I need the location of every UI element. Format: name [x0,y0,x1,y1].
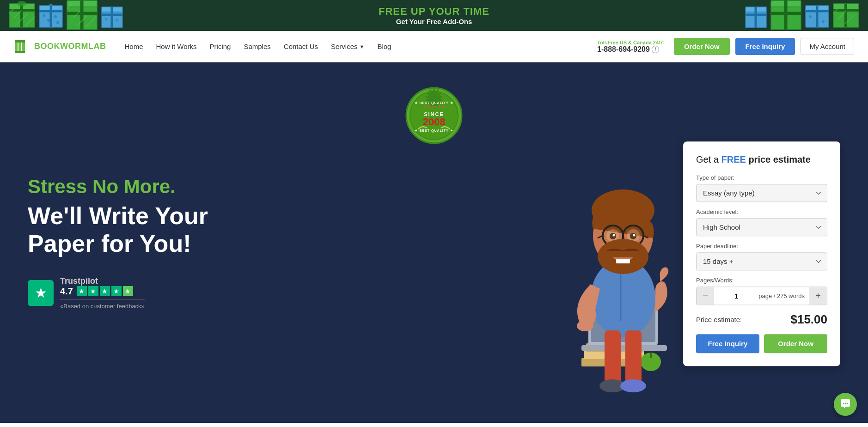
price-label: Price estimate: [696,316,742,323]
pages-group: Pages/Words: − 1 page / 275 words + [696,277,827,305]
trustpilot-name: Trustpilot [60,276,145,286]
svg-point-93 [620,379,646,392]
paper-type-select[interactable]: Essay (any type) Research Paper Disserta… [696,184,827,202]
logo-text: BOOKWORMLAB [34,42,106,51]
free-inquiry-button[interactable]: Free Inquiry [735,38,795,55]
trustpilot-feedback: «Based on customer feedback» [60,299,145,310]
logo[interactable]: BOOKWORMLAB [14,38,106,55]
star-rating: ★ ★ ★ ★ ★ [77,286,133,296]
logo-icon [14,38,31,55]
nav-contact[interactable]: Contact Us [284,43,318,50]
svg-text:★ BEST QUALITY ★: ★ BEST QUALITY ★ [415,101,453,105]
trustpilot-icon: ★ [28,280,54,306]
price-card-title: Get a FREE price estimate [696,154,827,165]
free-label: FREE [721,154,746,165]
deadline-group: Paper deadline: 15 days + 10 days 7 days… [696,243,827,270]
price-row: Price estimate: $15.00 [696,312,827,327]
svg-text:2008: 2008 [423,116,446,128]
svg-point-94 [577,320,593,331]
svg-rect-56 [15,51,25,53]
nav-home[interactable]: Home [124,43,143,50]
banner-subtitle: Get Your Free Add-Ons [9,18,859,25]
order-now-button[interactable]: Order Now [674,38,730,55]
character-illustration [544,146,683,404]
svg-point-86 [613,234,615,237]
star-2: ★ [88,286,98,296]
trustpilot-details: Trustpilot 4.7 ★ ★ ★ ★ ★ «Based on custo… [60,276,145,310]
card-buttons: Free Inquiry Order Now [696,334,827,353]
star-5: ★ [123,286,133,296]
card-free-inquiry-button[interactable]: Free Inquiry [696,334,759,353]
card-order-now-button[interactable]: Order Now [764,334,827,353]
top-banner: FREE UP YOUR TIME Get Your Free Add-Ons [0,0,868,31]
trustpilot-star-icon: ★ [35,285,47,301]
svg-text:✦ BEST QUALITY ✦: ✦ BEST QUALITY ✦ [415,129,453,133]
pages-decrement-button[interactable]: − [697,287,714,305]
paper-type-group: Type of paper: Essay (any type) Research… [696,174,827,202]
phone-label: Toll-Free US & Canada 24/7: [597,40,665,45]
pages-control: − 1 page / 275 words + [696,287,827,305]
chat-icon [839,398,851,410]
pages-value: 1 [714,292,758,300]
svg-point-96 [845,403,846,404]
svg-point-85 [630,233,636,239]
quality-badge: ★ ★ ★ ★ ★ ★ BEST QUALITY ★ SINCE 2008 ✦ … [404,85,464,146]
nav-how-it-works[interactable]: How it Works [156,43,197,50]
hero-section: Stress No More. We'll Write Your Paper f… [0,62,868,423]
svg-rect-91 [625,330,642,386]
chevron-down-icon: ▼ [360,44,365,49]
svg-rect-69 [650,353,652,358]
nav-right: Toll-Free US & Canada 24/7: 1-888-694-92… [597,38,854,55]
svg-point-84 [610,233,616,239]
phone-info: Toll-Free US & Canada 24/7: 1-888-694-92… [597,40,665,54]
navbar: BOOKWORMLAB Home How it Works Pricing Sa… [0,31,868,62]
svg-point-97 [847,403,848,404]
phone-info-icon[interactable]: i [652,46,659,53]
paper-type-label: Type of paper: [696,174,827,181]
deadline-select[interactable]: 15 days + 10 days 7 days 5 days 3 days 2… [696,252,827,270]
pages-label: Pages/Words: [696,277,827,284]
pages-unit: page / 275 words [758,293,809,299]
svg-point-95 [843,403,844,404]
academic-level-group: Academic level: High School College Univ… [696,208,827,236]
svg-point-88 [598,239,648,274]
star-1: ★ [77,286,87,296]
nav-blog[interactable]: Blog [377,43,391,50]
trustpilot-rating: 4.7 ★ ★ ★ ★ ★ [60,286,145,297]
price-estimate-card: Get a FREE price estimate Type of paper:… [683,141,840,366]
svg-rect-89 [616,259,630,263]
my-account-button[interactable]: My Account [801,38,854,55]
svg-text:★ ★ ★ ★ ★: ★ ★ ★ ★ ★ [424,104,445,109]
chat-bubble[interactable] [834,393,857,416]
nav-links: Home How it Works Pricing Samples Contac… [124,43,597,50]
quality-badge-container: ★ ★ ★ ★ ★ ★ BEST QUALITY ★ SINCE 2008 ✦ … [404,85,464,147]
star-3: ★ [100,286,110,296]
star-4: ★ [111,286,122,296]
academic-level-label: Academic level: [696,208,827,215]
deadline-label: Paper deadline: [696,243,827,250]
nav-pricing[interactable]: Pricing [210,43,231,50]
phone-number: 1-888-694-9209 i [597,45,665,54]
nav-samples[interactable]: Samples [244,43,270,50]
rating-number: 4.7 [60,286,73,297]
hero-character [544,146,702,423]
academic-level-select[interactable]: High School College University Master's … [696,218,827,236]
svg-rect-55 [15,40,25,43]
pages-increment-button[interactable]: + [809,287,827,305]
banner-title: FREE UP YOUR TIME [9,6,859,18]
svg-rect-90 [605,330,621,386]
svg-rect-72 [581,345,667,351]
price-amount: $15.00 [790,312,827,327]
nav-services-dropdown[interactable]: Services ▼ [331,43,364,50]
svg-point-87 [633,234,636,237]
